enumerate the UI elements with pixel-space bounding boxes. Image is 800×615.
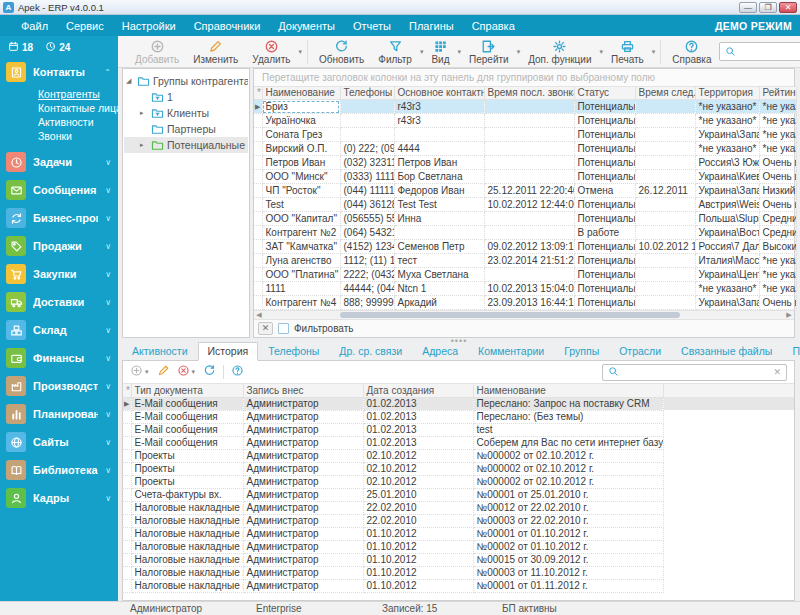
search-input[interactable] [740,46,800,57]
toolbar-button-go[interactable]: Перейти [462,37,516,67]
sidebar-item-библиотека[interactable]: Библиотека∨ [0,456,118,484]
table-row[interactable]: E-Mail сообщенияАдминистратор01.02.2013П… [123,410,794,423]
sidebar-item-сообщения[interactable]: Сообщения∨ [0,176,118,204]
tab-связанныефайлы[interactable]: Связанные файлы [671,342,782,361]
collapse-icon[interactable]: ◢ [126,77,134,85]
chevron-down-icon[interactable]: ▾ [298,48,304,56]
table-row[interactable]: Вирский О.П.(0) 222; (097) 62:4444Потенц… [254,142,796,156]
table-row[interactable]: Україночкаr43r3Потенциальный*не указано*… [254,114,796,128]
toolbar-button-refresh[interactable]: Обновить [312,37,371,67]
table-row[interactable]: ООО "Капитал"(056555) 555ИннаПотенциальн… [254,212,796,226]
tab-группы[interactable]: Группы [554,342,609,361]
sidebar-item-закупки[interactable]: Закупки∨ [0,260,118,288]
close-filter-icon[interactable]: ✕ [258,322,273,335]
sidebar-item-продажи[interactable]: Продажи∨ [0,232,118,260]
column-header[interactable]: Основное контактное лицо [394,87,484,100]
menubar-item[interactable]: Настройки [113,20,185,32]
column-header[interactable]: Запись внес [243,384,363,397]
chevron-down-icon[interactable]: ▾ [651,48,657,56]
sidebar-item-финансы[interactable]: Финансы∨ [0,344,118,372]
column-header[interactable]: Наименование [473,384,663,397]
table-row[interactable]: Петров Иван(032) 3231111; (Петров ИванПо… [254,156,796,170]
restore-button[interactable]: ❐ [759,2,777,13]
sidebar-item-доставки[interactable]: Доставки∨ [0,288,118,316]
toolbar-button-help[interactable]: Справка [665,37,718,67]
sidebar-item-склад[interactable]: Склад∨ [0,316,118,344]
table-row[interactable]: ПроектыАдминистратор02.10.2012№000002 от… [123,462,794,475]
toolbar-button-funnel[interactable]: Фильтр [371,37,419,67]
table-row[interactable]: ПроектыАдминистратор02.10.2012№000002 от… [123,449,794,462]
tree-splitter-handle[interactable]: •••• [249,187,250,199]
tree-item[interactable]: ▸Потенциальные клиенты [124,137,248,153]
sidebar-subitem[interactable]: Контрагенты [38,87,118,101]
table-row[interactable]: Налоговые накладные исх.Администратор22.… [123,501,794,514]
table-row[interactable]: ООО "Платина"2222; (0432) 111Муха Светла… [254,268,796,282]
table-row[interactable]: ▶Бризr43r3Потенциальный*не указано**не у… [254,100,796,114]
tree-root[interactable]: ◢ Группы контрагента [124,73,248,89]
column-header[interactable]: Рейтинг [759,87,796,100]
table-row[interactable]: Луна агенство1112; (11) 11; (1тест23.02.… [254,254,796,268]
sidebar-item-сайты[interactable]: Сайты∨ [0,428,118,456]
tab-комментарии[interactable]: Комментарии [468,342,554,361]
table-row[interactable]: Налоговые накладные вх.Администратор22.0… [123,514,794,527]
toolbar-search[interactable]: ✕ [719,42,800,61]
column-header[interactable]: Время след. звонка [635,87,695,100]
column-header[interactable]: Дата создания [363,384,473,397]
menubar-item[interactable]: Документы [269,20,344,32]
table-row[interactable]: Test(044) 3612816; (Test Test10.02.2012 … [254,198,796,212]
expand-icon[interactable]: ▸ [140,109,148,117]
minimize-button[interactable]: — [739,2,757,13]
menubar-item[interactable]: Плагины [400,20,463,32]
tree-item[interactable]: ▸Клиенты [124,105,248,121]
table-row[interactable]: 111144444; (044) 666Ntcn 110.02.2013 15:… [254,282,796,296]
tab-адреса[interactable]: Адреса [412,342,468,361]
detail-toolbar-button-refresh[interactable] [203,363,216,381]
table-row[interactable]: Налоговые накладные исх.Администратор01.… [123,553,794,566]
tab-отрасли[interactable]: Отрасли [609,342,671,361]
column-header[interactable]: Территория [695,87,759,100]
sidebar-item-производство[interactable]: Производство∨ [0,372,118,400]
calendar-counter[interactable]: 18 [8,41,33,54]
tree-item[interactable]: 1 [124,89,248,105]
table-row[interactable]: ▶E-Mail сообщенияАдминистратор01.02.2013… [123,397,794,410]
table-row[interactable]: Соната ГрезПотенциальныйУкраина\Запад\Ль… [254,128,796,142]
clock-counter[interactable]: 24 [45,41,70,54]
scroll-right-icon[interactable]: ▶ [784,311,794,319]
tab-дрсрсвязи[interactable]: Др. ср. связи [329,342,412,361]
tab-платежреквизиты[interactable]: Платеж. реквизиты [782,342,800,361]
sidebar-subitem[interactable]: Звонки [38,129,118,143]
column-header[interactable]: Время посл. звонка [484,87,574,100]
menubar-item[interactable]: Сервис [57,20,113,32]
scroll-left-icon[interactable]: ◀ [254,311,264,319]
column-header[interactable]: Наименование [262,87,340,100]
toolbar-button-gear[interactable]: Доп. функции [521,37,598,67]
table-row[interactable]: Налоговые накладные исх.Администратор01.… [123,566,794,579]
table-row[interactable]: Счета-фактуры вх.Администратор25.01.2010… [123,488,794,501]
table-row[interactable]: Контрагент №4888; 999999; 88Аркадий23.09… [254,296,796,310]
sidebar-item-бизнеспроц[interactable]: Бизнес-проц...∨ [0,204,118,232]
chevron-down-icon[interactable]: ▾ [144,368,150,376]
scrollbar-thumb[interactable] [340,312,680,318]
table-row[interactable]: E-Mail сообщенияАдминистратор01.02.2013t… [123,423,794,436]
sidebar-item-кадры[interactable]: Кадры∨ [0,484,118,512]
horizontal-scrollbar[interactable]: ◀ ▶ [254,310,794,319]
table-row[interactable]: ЧП "Росток"(044) 1111111Федоров Иван25.1… [254,184,796,198]
toolbar-button-pencil[interactable]: Изменить [186,37,245,67]
column-header[interactable]: Тип документа [131,384,243,397]
column-header[interactable]: Телефоны к ▴ [340,87,394,100]
menubar-item[interactable]: Справочники [185,20,270,32]
filter-checkbox[interactable] [278,323,289,334]
toolbar-button-printer[interactable]: Печать [604,37,651,67]
sidebar-subitem[interactable]: Контактные лица [38,101,118,115]
detail-toolbar-button-pencil[interactable] [157,363,170,381]
menubar-item[interactable]: Файл [12,20,57,32]
table-row[interactable]: ООО "Минск"(0333) 11111111Бор СветланаПо… [254,170,796,184]
table-row[interactable]: Контрагент №2(064) 5432111; 4В работеУкр… [254,226,796,240]
close-button[interactable]: ✕ [779,2,797,13]
sidebar-subitem[interactable]: Активности [38,115,118,129]
sidebar-item-задачи[interactable]: Задачи∨ [0,148,118,176]
chevron-down-icon[interactable]: ▾ [191,368,197,376]
detail-search[interactable]: ✕ [602,364,787,381]
tab-история[interactable]: История [198,342,259,361]
tab-телефоны[interactable]: Телефоны [258,342,329,361]
